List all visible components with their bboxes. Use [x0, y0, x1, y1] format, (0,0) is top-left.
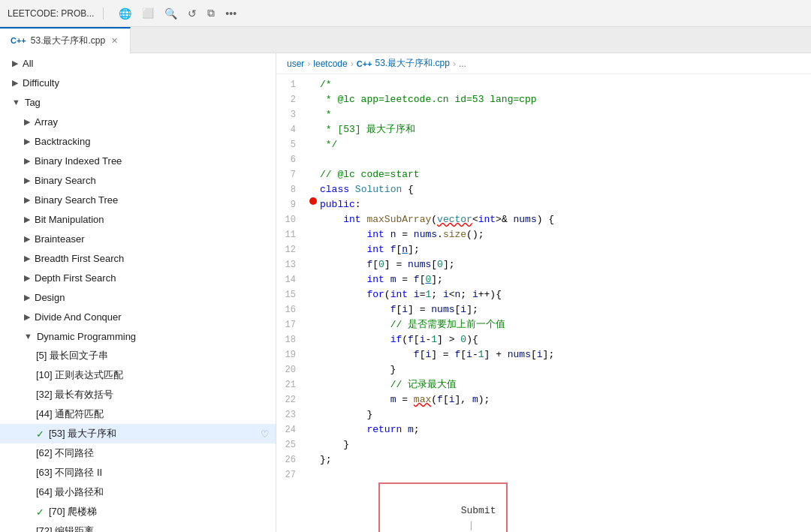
chevron-right-icon: ▶	[24, 137, 30, 146]
sidebar-item-bfs[interactable]: ▶ Breadth First Search	[0, 248, 276, 268]
code-line-21: 21 // 记录最大值	[276, 377, 811, 392]
code-line-14: 14 int m = f[0];	[276, 272, 811, 287]
sidebar-item-dp-10[interactable]: [10] 正则表达式匹配	[0, 365, 276, 385]
check-icon: ✓	[36, 506, 44, 518]
code-line-7: 7 // @lc code=start	[276, 167, 811, 182]
sidebar-item-dp-70[interactable]: ✓ [70] 爬楼梯	[0, 502, 276, 521]
sidebar-label-binary-indexed-tree: Binary Indexed Tree	[35, 155, 122, 167]
breadcrumb-user[interactable]: user	[287, 59, 304, 69]
sidebar-label-brainteaser: Brainteaser	[35, 233, 84, 245]
code-line-24: 24 return m;	[276, 422, 811, 437]
breadcrumb-filename[interactable]: 53.最大子序和.cpp	[375, 57, 450, 70]
breadcrumb-lang-icon: C++	[357, 59, 372, 68]
sidebar-label-binary-search: Binary Search	[35, 175, 96, 186]
code-line-20: 20 }	[276, 362, 811, 377]
chevron-down-icon: ▼	[24, 332, 32, 341]
search-icon[interactable]: 🔍	[164, 8, 177, 20]
chevron-right-icon: ▶	[24, 215, 30, 224]
sidebar-label-dp-10: [10] 正则表达式匹配	[36, 368, 123, 382]
code-line-2: 2 * @lc app=leetcode.cn id=53 lang=cpp	[276, 92, 811, 107]
sidebar-item-difficulty[interactable]: ▶ Difficulty	[0, 73, 276, 92]
code-line-23: 23 }	[276, 407, 811, 422]
sidebar-label-all: All	[23, 58, 33, 69]
sidebar-item-binary-search[interactable]: ▶ Binary Search	[0, 170, 276, 190]
submit-separator: |	[463, 520, 480, 531]
submit-label[interactable]: Submit	[461, 505, 496, 516]
app-title: LEETCODE: PROB...	[8, 8, 94, 19]
sidebar-label-dp-72: [72] 编辑距离	[36, 524, 94, 532]
tab-close-icon[interactable]: ✕	[110, 35, 119, 47]
tab-cpp-file[interactable]: C++ 53.最大子序和.cpp ✕	[0, 27, 131, 53]
sidebar-item-binary-indexed-tree[interactable]: ▶ Binary Indexed Tree	[0, 151, 276, 170]
breadcrumb-more: ...	[459, 59, 466, 69]
sidebar-item-array[interactable]: ▶ Array	[0, 112, 276, 131]
sidebar-item-dp[interactable]: ▼ Dynamic Programming	[0, 326, 276, 346]
code-line-4: 4 * [53] 最大子序和	[276, 122, 811, 137]
sidebar-label-dp-64: [64] 最小路径和	[36, 485, 104, 499]
code-line-26: 26 };	[276, 452, 811, 467]
check-icon: ✓	[36, 428, 44, 440]
sidebar-label-difficulty: Difficulty	[23, 77, 59, 89]
code-line-8: 8 class Solution {	[276, 182, 811, 197]
breadcrumb-sep2: ›	[351, 59, 354, 69]
chevron-down-icon: ▼	[12, 98, 20, 107]
sidebar-label-tag: Tag	[25, 97, 41, 108]
sidebar-item-dp-62[interactable]: [62] 不同路径	[0, 443, 276, 463]
chevron-right-icon: ▶	[12, 78, 18, 88]
copy-icon[interactable]: ⧉	[207, 7, 215, 20]
code-line-11: 11 int n = nums.size();	[276, 227, 811, 242]
chevron-right-icon: ▶	[24, 117, 30, 127]
sidebar-label-dp-70: [70] 爬楼梯	[49, 505, 97, 518]
sidebar-item-design[interactable]: ▶ Design	[0, 287, 276, 307]
sidebar-item-dp-72[interactable]: [72] 编辑距离	[0, 521, 276, 532]
code-line-18: 18 if(f[i-1] > 0){	[276, 332, 811, 347]
code-line-15: 15 for(int i=1; i<n; i++){	[276, 287, 811, 302]
sidebar-item-brainteaser[interactable]: ▶ Brainteaser	[0, 229, 276, 248]
breadcrumb: user › leetcode › C++ 53.最大子序和.cpp › ...	[276, 53, 811, 74]
titlebar: LEETCODE: PROB... 🌐 ⬜ 🔍 ↺ ⧉ •••	[0, 0, 811, 27]
breadcrumb-sep1: ›	[307, 59, 310, 69]
code-line-10: 10 int maxSubArray(vector<int>& nums) {	[276, 212, 811, 227]
code-line-12: 12 int f[n];	[276, 242, 811, 257]
sidebar-item-divide-conquer[interactable]: ▶ Divide And Conquer	[0, 307, 276, 326]
chevron-right-icon: ▶	[24, 254, 30, 263]
breakpoint-9	[309, 197, 317, 205]
code-editor[interactable]: 1 /* 2 * @lc app=leetcode.cn id=53 lang=…	[276, 74, 811, 532]
sidebar-item-backtracking[interactable]: ▶ Backtracking	[0, 131, 276, 151]
sidebar-item-dp-63[interactable]: [63] 不同路径 II	[0, 463, 276, 482]
sidebar-label-dp-32: [32] 最长有效括号	[36, 388, 113, 401]
more-icon[interactable]: •••	[225, 8, 237, 20]
sidebar-label-array: Array	[35, 116, 58, 128]
sidebar-item-dfs[interactable]: ▶ Depth First Search	[0, 268, 276, 287]
sidebar: ▶ All ▶ Difficulty ▼ Tag ▶ Array ▶ Backt…	[0, 53, 276, 532]
sidebar-item-dp-64[interactable]: [64] 最小路径和	[0, 482, 276, 502]
submit-bar[interactable]: Submit | Test	[378, 482, 508, 532]
sidebar-label-dp-63: [63] 不同路径 II	[36, 466, 102, 479]
sidebar-item-tag[interactable]: ▼ Tag	[0, 92, 276, 112]
sidebar-item-dp-44[interactable]: [44] 通配符匹配	[0, 404, 276, 424]
sidebar-label-divide-conquer: Divide And Conquer	[35, 311, 122, 323]
sidebar-item-bit-manipulation[interactable]: ▶ Bit Manipulation	[0, 209, 276, 229]
code-line-9: 9 public:	[276, 197, 811, 212]
code-line-19: 19 f[i] = f[i-1] + nums[i];	[276, 347, 811, 362]
sidebar-item-dp-32[interactable]: [32] 最长有效括号	[0, 385, 276, 404]
refresh-icon[interactable]: ↺	[188, 8, 197, 20]
chevron-right-icon: ▶	[24, 293, 30, 302]
sidebar-label-backtracking: Backtracking	[35, 136, 90, 147]
sidebar-item-all[interactable]: ▶ All	[0, 53, 276, 73]
export-icon[interactable]: ⬜	[142, 8, 154, 19]
sidebar-item-binary-search-tree[interactable]: ▶ Binary Search Tree	[0, 190, 276, 209]
chevron-right-icon: ▶	[12, 59, 18, 68]
sidebar-item-dp-53[interactable]: ✓ [53] 最大子序和 ♡	[0, 424, 276, 443]
code-line-17: 17 // 是否需要加上前一个值	[276, 317, 811, 332]
code-line-25: 25 }	[276, 437, 811, 452]
globe-icon[interactable]: 🌐	[119, 8, 131, 20]
heart-icon[interactable]: ♡	[261, 428, 270, 440]
code-line-5: 5 */	[276, 137, 811, 152]
chevron-right-icon: ▶	[24, 234, 30, 244]
chevron-right-icon: ▶	[24, 156, 30, 166]
sidebar-item-dp-5[interactable]: [5] 最长回文子串	[0, 346, 276, 365]
tab-filename: 53.最大子序和.cpp	[31, 35, 105, 47]
breadcrumb-leetcode[interactable]: leetcode	[313, 59, 347, 69]
title-separator	[103, 8, 104, 20]
